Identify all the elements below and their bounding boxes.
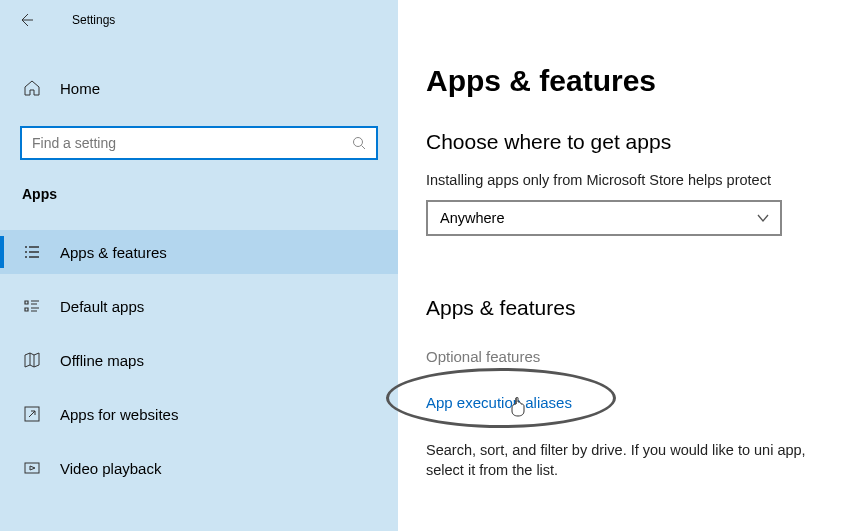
sidebar-item-offline-maps[interactable]: Offline maps xyxy=(0,338,398,382)
titlebar: Settings xyxy=(0,0,398,40)
video-icon xyxy=(22,459,42,477)
sidebar-item-label: Apps for websites xyxy=(60,406,178,423)
search-input-wrap[interactable] xyxy=(20,126,378,160)
app-source-value: Anywhere xyxy=(440,210,504,226)
home-icon xyxy=(22,79,42,97)
sidebar-item-label: Offline maps xyxy=(60,352,144,369)
apps-features-body: Search, sort, and filter by drive. If yo… xyxy=(426,440,846,481)
app-launch-icon xyxy=(22,405,42,423)
sidebar-item-video-playback[interactable]: Video playback xyxy=(0,446,398,490)
sidebar-nav-list: Apps & features Default apps Offline map… xyxy=(0,230,398,490)
list-icon xyxy=(22,243,42,261)
sidebar-item-label: Apps & features xyxy=(60,244,167,261)
sidebar-item-label: Default apps xyxy=(60,298,144,315)
svg-point-0 xyxy=(354,138,363,147)
search-icon xyxy=(352,136,366,150)
window-title: Settings xyxy=(72,13,115,27)
sidebar-item-default-apps[interactable]: Default apps xyxy=(0,284,398,328)
main-content: Apps & features Choose where to get apps… xyxy=(398,0,850,531)
optional-features-link[interactable]: Optional features xyxy=(426,348,540,365)
sidebar: Settings Home Apps Apps & features xyxy=(0,0,398,531)
apps-features-heading: Apps & features xyxy=(426,296,850,320)
arrow-left-icon xyxy=(18,12,34,28)
svg-rect-2 xyxy=(25,463,39,473)
choose-apps-heading: Choose where to get apps xyxy=(426,130,850,154)
choose-apps-description: Installing apps only from Microsoft Stor… xyxy=(426,172,850,188)
app-source-select[interactable]: Anywhere xyxy=(426,200,782,236)
sidebar-section-header: Apps xyxy=(0,160,398,212)
sidebar-item-label: Video playback xyxy=(60,460,161,477)
map-icon xyxy=(22,351,42,369)
app-execution-aliases-link[interactable]: App execution aliases xyxy=(426,394,572,411)
home-label: Home xyxy=(60,80,100,97)
page-title: Apps & features xyxy=(426,64,850,98)
sidebar-item-apps-for-websites[interactable]: Apps for websites xyxy=(0,392,398,436)
sidebar-item-apps-features[interactable]: Apps & features xyxy=(0,230,398,274)
defaults-icon xyxy=(22,297,42,315)
chevron-down-icon xyxy=(756,211,770,225)
sidebar-item-home[interactable]: Home xyxy=(0,68,398,108)
back-button[interactable] xyxy=(10,4,42,36)
search-input[interactable] xyxy=(32,135,352,151)
